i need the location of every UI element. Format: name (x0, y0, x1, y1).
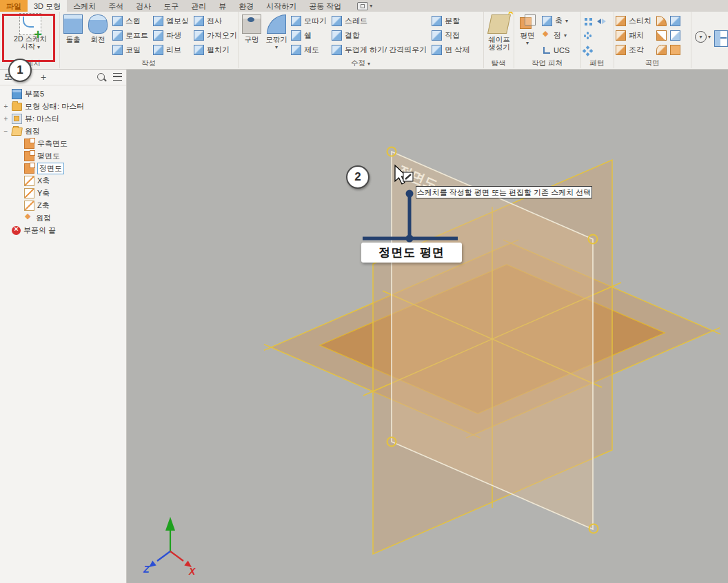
button-점[interactable]: 점▾ (540, 28, 572, 43)
y-axis-arrow (165, 517, 175, 531)
ribbon: 2D 스케치 시작 ▾ 스케치 돌출회전 스윕로프트코일엠보싱파생리브전사가져오… (0, 12, 728, 70)
tab-7[interactable]: 뷰 (212, 0, 232, 12)
button-label: 회전 (91, 36, 105, 43)
expander-icon[interactable]: + (3, 103, 9, 110)
sketch-pattern-icon[interactable] (581, 43, 594, 56)
add-browser-tab-button[interactable]: + (41, 72, 46, 83)
shape-generator-button[interactable]: 쉐이프 생성기 (485, 13, 513, 51)
tab-9[interactable]: 시작하기 (260, 0, 303, 12)
button-label: 파생 (166, 30, 181, 41)
tab-6[interactable]: 관리 (185, 0, 212, 12)
ribbon-collapse-button[interactable]: ▾ (357, 0, 372, 12)
extend-surface-icon[interactable] (670, 16, 680, 26)
expander-icon[interactable]: + (3, 115, 9, 123)
button-두껍게 하기/ 간격띄우기[interactable]: 두껍게 하기/ 간격띄우기 (330, 43, 429, 57)
tab-3[interactable]: 주석 (102, 0, 130, 12)
tab-8[interactable]: 환경 (232, 0, 260, 12)
button-스윕[interactable]: 스윕 (110, 14, 151, 28)
visibility-dropdown-button[interactable]: ▾ ▾ (695, 31, 711, 43)
돌출-icon (63, 14, 83, 34)
search-icon[interactable] (97, 73, 105, 81)
button-돌출[interactable]: 돌출 (61, 13, 85, 57)
button-제도[interactable]: 제도 (289, 43, 330, 57)
button-전사[interactable]: 전사 (192, 14, 240, 28)
expander-icon[interactable]: − (3, 127, 9, 135)
plane-name-label: 정면도 평면 (361, 243, 462, 263)
button-결합[interactable]: 결합 (330, 28, 429, 43)
button-모따기[interactable]: 모따기 (289, 14, 330, 28)
tree-item-1[interactable]: +모형 상태: 마스터 (0, 100, 126, 112)
button-회전[interactable]: 회전 (86, 13, 110, 57)
trim-surface-icon[interactable] (656, 30, 667, 41)
group-label-modify: 수정 ▾ (238, 59, 483, 68)
viewport-3d[interactable]: 정면도 Z X (126, 69, 728, 583)
chevron-down-icon: ▾ (708, 34, 711, 40)
tree-item-8[interactable]: Y축 (0, 187, 126, 199)
tab-2[interactable]: 스케치 (67, 0, 102, 12)
chevron-down-icon: ▾ (565, 18, 568, 24)
boundary-patch-icon[interactable] (656, 16, 667, 26)
hamburger-menu-icon[interactable] (113, 73, 122, 81)
button-모깎기[interactable]: 모깎기▾ (265, 13, 288, 57)
tree-item-11[interactable]: 부품의 끝 (0, 224, 126, 236)
button-축[interactable]: 축▾ (540, 14, 572, 28)
group-label-work-features: 작업 피쳐 (514, 59, 580, 68)
tree-item-label: 정면도 (37, 163, 64, 174)
tree-item-0[interactable]: 부품5 (0, 88, 126, 100)
copy-object-icon[interactable] (670, 30, 680, 41)
펼치기-icon (194, 45, 204, 55)
tab-10[interactable]: 공동 작업 (303, 0, 347, 12)
tab-0[interactable]: 파일 (0, 0, 28, 12)
tree-item-label: 우측면도 (37, 139, 68, 149)
회전-icon (88, 14, 108, 34)
tab-4[interactable]: 검사 (130, 0, 157, 12)
tab-5[interactable]: 도구 (157, 0, 185, 12)
tree-item-2[interactable]: +뷰: 마스터 (0, 112, 126, 125)
button-직접[interactable]: 직접 (429, 28, 472, 43)
replace-face-icon[interactable] (656, 45, 667, 55)
스티치-icon (616, 16, 626, 26)
button-스티치[interactable]: 스티치 (614, 14, 654, 28)
button-스레드[interactable]: 스레드 (330, 14, 429, 28)
merge-surface-icon[interactable] (670, 45, 680, 55)
button-로프트[interactable]: 로프트 (110, 28, 151, 43)
tab-1[interactable]: 3D 모형 (28, 0, 67, 12)
분할-icon (432, 16, 442, 26)
button-엠보싱[interactable]: 엠보싱 (151, 14, 192, 28)
button-label: 돌출 (66, 36, 81, 43)
tree-item-label: 뷰: 마스터 (25, 114, 59, 124)
rectangular-pattern-icon[interactable] (583, 17, 592, 25)
button-평면[interactable]: 평면▾ (516, 13, 539, 57)
button-펼치기[interactable]: 펼치기 (192, 43, 240, 57)
button-label: 제도 (304, 45, 319, 55)
ribbon-tab-bar: 파일3D 모형스케치주석검사도구관리뷰환경시작하기공동 작업 ▾ (0, 0, 728, 12)
button-가져오기[interactable]: 가져오기 (192, 28, 240, 43)
button-분할[interactable]: 분할 (429, 14, 472, 28)
tree-item-6[interactable]: 정면도 (0, 162, 126, 174)
tree-item-5[interactable]: 평면도 (0, 150, 126, 162)
tree-item-10[interactable]: 원점 (0, 212, 126, 224)
mirror-icon[interactable] (597, 17, 606, 25)
button-리브[interactable]: 리브 (151, 43, 192, 57)
split-view-button[interactable] (714, 30, 728, 47)
tree-item-label: X축 (37, 176, 50, 186)
model-tree: 부품5+모형 상태: 마스터+뷰: 마스터−원점우측면도평면도정면도X축Y축Z축… (0, 85, 126, 236)
button-패치[interactable]: 패치 (614, 28, 654, 43)
축-icon (542, 16, 552, 26)
tree-item-9[interactable]: Z축 (0, 199, 126, 212)
tree-item-3[interactable]: −원점 (0, 125, 126, 137)
패치-icon (616, 30, 626, 41)
tree-item-4[interactable]: 우측면도 (0, 137, 126, 150)
button-파생[interactable]: 파생 (151, 28, 192, 43)
button-UCS[interactable]: UCS (540, 43, 572, 57)
button-구멍[interactable]: 구멍 (240, 13, 263, 57)
button-코일[interactable]: 코일 (110, 43, 151, 57)
button-쉘[interactable]: 쉘 (289, 28, 330, 43)
button-면 삭제[interactable]: 면 삭제 (429, 43, 472, 57)
chevron-down-icon: ▾ (564, 32, 567, 39)
origin-planes-scene: 정면도 Z X (126, 69, 728, 583)
button-조각[interactable]: 조각 (614, 43, 654, 57)
circular-pattern-icon[interactable] (583, 31, 592, 40)
tree-item-7[interactable]: X축 (0, 174, 126, 187)
highlight-box (2, 14, 55, 62)
